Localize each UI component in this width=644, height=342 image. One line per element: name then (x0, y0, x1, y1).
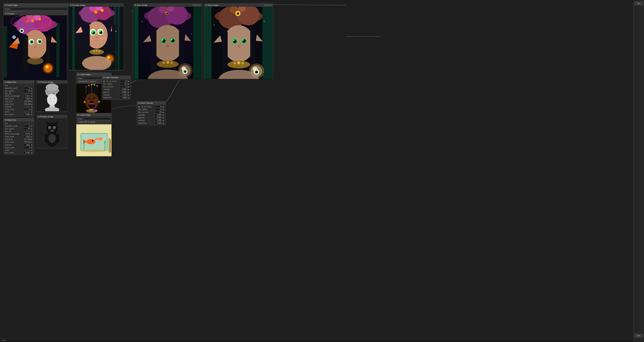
load-image-body-3: image claire-lin-img-7677.jpg choose fil… (76, 117, 112, 124)
mask2-param-white: white_level 255.000 ▶ (4, 141, 33, 143)
ct1-label-contrast: contrast (103, 94, 119, 96)
ct1-label-bright: brightness (103, 97, 119, 99)
ct1-arrow-blur-r[interactable]: ▶ (128, 83, 129, 85)
mask2-label-sep: separate_mask (5, 125, 22, 127)
arrow-big-1[interactable]: ▶ (31, 93, 32, 94)
svg-point-20 (39, 41, 41, 43)
arrow2-blend[interactable]: ▶ (31, 133, 32, 135)
mask-param-blend-1: blend_percentage 0.411 ▶ (4, 95, 33, 97)
arrow2-mid[interactable]: ▶ (31, 139, 32, 140)
svg-point-27 (46, 66, 49, 68)
ct2-arrow-blur-a[interactable]: ▶ (163, 111, 164, 113)
arrow-mid-1[interactable]: ▶ (31, 101, 32, 103)
arrow-blur-1[interactable]: ▶ (31, 90, 32, 92)
svg-point-145 (237, 45, 240, 48)
ct2-arrow-blur-r[interactable]: ▶ (163, 109, 164, 111)
image-path-input-1[interactable]: clipspace/clipspace-mask-37543423.089099… (10, 8, 68, 10)
mask-label-grow-1: mask_grow (5, 108, 22, 110)
ct2-arrow-strength[interactable]: ▶ (163, 114, 164, 116)
mask-param-black-1: black_level 0.000 ▶ (4, 97, 33, 100)
svg-point-33 (13, 36, 15, 38)
ct2-arrow-bright[interactable]: ▶ (163, 122, 164, 124)
mask-label-black-1: black_level (5, 98, 22, 100)
svg-point-57 (92, 32, 94, 33)
arrow2-sep[interactable]: ▶ (31, 125, 32, 127)
ct2-arrow-colors[interactable]: ▶ (163, 106, 164, 108)
dot-mask-2 (5, 119, 6, 121)
arrow-blend-1[interactable]: ▶ (31, 95, 32, 97)
svg-point-198 (86, 86, 87, 87)
ct1-arrow-strength[interactable]: ▶ (128, 89, 129, 90)
arrow2-blur[interactable]: ▶ (31, 128, 32, 130)
arrow-black-1[interactable]: ▶ (31, 98, 32, 100)
svg-rect-75 (193, 7, 202, 79)
ct1-val-strength: 1.000 (120, 88, 127, 91)
ct1-arrow-blur-a[interactable]: ▶ (128, 86, 129, 88)
arrow-channel-1[interactable]: ▶ (31, 106, 32, 108)
arrow-grow-1[interactable]: ▶ (31, 109, 32, 110)
svg-point-204 (93, 97, 96, 100)
ct2-arrow-contrast[interactable]: ▶ (163, 120, 164, 121)
svg-point-109 (170, 62, 173, 64)
mask2-val-white: 255.000 (23, 141, 30, 143)
upload-button-3[interactable]: choose file to upload (78, 120, 110, 123)
output-svg-2 (204, 7, 273, 79)
mask-val-white-1: 255.000 (23, 103, 30, 105)
svg-point-61 (100, 37, 106, 40)
dot (5, 13, 6, 15)
svg-rect-38 (72, 7, 75, 70)
ct1-arrow-bright[interactable]: ▶ (128, 97, 129, 99)
svg-rect-22 (24, 35, 28, 72)
arrow2-white[interactable]: ▶ (31, 141, 32, 143)
ct2-label-strength: strength (138, 114, 154, 116)
mask2-label-mid: mid_level (5, 138, 22, 140)
mask2-label-big: blur_big (5, 130, 22, 132)
svg-point-47 (101, 9, 104, 12)
ct1-label-blur-r: blur_radius (103, 83, 119, 85)
node-canvas: Load Image image clipspace/clipspace-mas… (0, 0, 644, 342)
clear-button[interactable]: Cle (634, 334, 643, 338)
mask2-label-grow: mask_grow (5, 147, 22, 149)
arrow2-invert[interactable]: ▶ (31, 149, 32, 151)
svg-rect-146 (222, 31, 228, 79)
preview-image-node-1: Preview Image (68, 3, 124, 71)
svg-point-79 (191, 34, 192, 35)
svg-rect-194 (96, 85, 98, 94)
arrow2-channel[interactable]: ▶ (31, 144, 32, 146)
svg-point-131 (237, 13, 239, 15)
mask-label-radius-1: blur_radius (5, 113, 22, 115)
preview-canvas-1 (4, 15, 67, 80)
mask-param-radius-1: blur_radius 5.000 ▶ (4, 113, 33, 116)
svg-rect-191 (91, 84, 92, 94)
ct2-arrow-gamma[interactable]: ▶ (163, 117, 164, 119)
save-prefix-1: Comfy UI (193, 4, 200, 6)
svg-point-223 (92, 140, 94, 141)
svg-point-8 (21, 16, 28, 22)
arrow2-radius[interactable]: ▶ (31, 152, 32, 154)
ct1-arrow-colors[interactable]: ▶ (128, 80, 129, 82)
image-path-input-3[interactable]: claire-lin-img-7677.jpg (83, 117, 110, 120)
arrow2-grow[interactable]: ▶ (31, 147, 32, 149)
arrow2-big[interactable]: ▶ (31, 131, 32, 132)
upload-row-3: choose file to upload (77, 120, 111, 124)
svg-point-188 (54, 127, 55, 128)
mask-val-sep-1: 0 (23, 87, 30, 89)
svg-point-31 (21, 30, 22, 32)
arrow-invert-1[interactable]: ▶ (31, 111, 32, 113)
queue-button[interactable]: Qu (634, 2, 643, 5)
arrow2-black[interactable]: ▶ (31, 136, 32, 138)
preview-title-1: Preview Image (72, 4, 86, 6)
ct1-arrow-contrast[interactable]: ▶ (128, 94, 129, 96)
svg-point-221 (86, 139, 96, 144)
ct1-arrow-gamma[interactable]: ▶ (128, 91, 129, 93)
mask-ops-node-2: Mask Ops text separate_mask 0 ▶ blur_sig… (3, 118, 34, 155)
arrow-sep-1[interactable]: ▶ (31, 87, 32, 89)
mask-param-sep-1: separate_mask 0 ▶ (4, 87, 33, 90)
svg-point-149 (234, 62, 236, 65)
arrow-radius-1[interactable]: ▶ (31, 114, 32, 115)
mask-val-radius-1: 5.000 (23, 113, 30, 116)
arrow-white-1[interactable]: ▶ (31, 103, 32, 105)
output-image-2: Save Image Comfy UI (204, 3, 273, 80)
mask2-label-text: text (5, 123, 24, 125)
svg-point-199 (96, 85, 98, 87)
